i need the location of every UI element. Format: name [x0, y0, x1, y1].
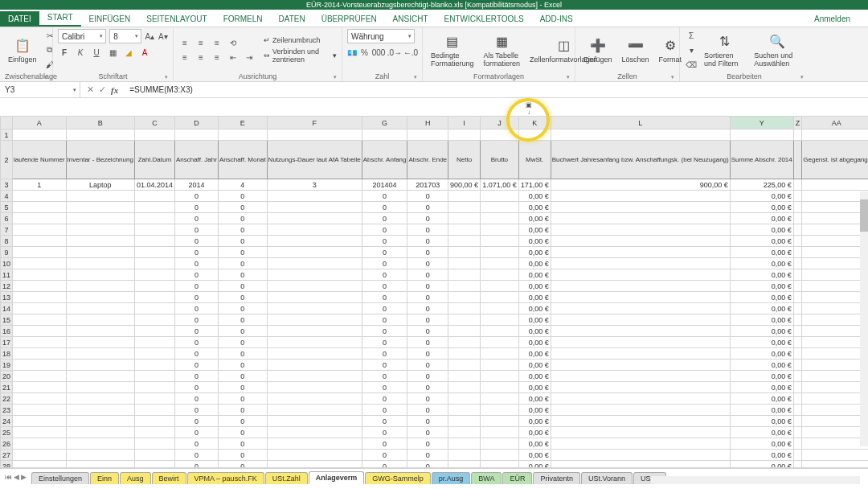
- row-header[interactable]: 15: [1, 314, 13, 326]
- cell[interactable]: [13, 438, 67, 450]
- cell[interactable]: 0: [407, 281, 448, 292]
- cell[interactable]: [448, 191, 481, 202]
- row-header[interactable]: 2: [1, 141, 13, 179]
- cell[interactable]: [802, 450, 868, 461]
- row-header[interactable]: 19: [1, 360, 13, 371]
- cell[interactable]: [66, 129, 134, 141]
- ribbon-tab-formeln[interactable]: FORMELN: [215, 11, 271, 27]
- cell[interactable]: [448, 292, 481, 303]
- cell[interactable]: 0: [174, 348, 218, 360]
- cell[interactable]: 0,00 €: [730, 348, 793, 360]
- cell[interactable]: 0: [362, 393, 407, 405]
- cell[interactable]: 0: [362, 337, 407, 348]
- cell[interactable]: [481, 258, 519, 269]
- merge-center-button[interactable]: ⇔Verbinden und zentrieren ▾: [264, 47, 337, 64]
- cell[interactable]: [802, 213, 868, 224]
- sheet-tab[interactable]: Ausg: [120, 472, 151, 484]
- cell[interactable]: [66, 258, 134, 269]
- cell[interactable]: [518, 129, 551, 141]
- cell[interactable]: 0: [174, 450, 218, 461]
- cell[interactable]: [66, 337, 134, 348]
- worksheet-area[interactable]: ▣↓ ABCDEFGHIJKLYZAAABACADAEAFAG12014122l…: [0, 98, 868, 468]
- column-header[interactable]: B: [66, 117, 134, 129]
- cell[interactable]: [13, 292, 67, 303]
- ribbon-tab-überprüfen[interactable]: ÜBERPRÜFEN: [313, 11, 385, 27]
- cell[interactable]: [802, 224, 868, 236]
- cell[interactable]: 171,00 €: [518, 179, 551, 191]
- cell[interactable]: [13, 382, 67, 393]
- cell[interactable]: 0: [407, 202, 448, 213]
- row-header[interactable]: 26: [1, 438, 13, 450]
- cell[interactable]: [551, 405, 730, 416]
- cell[interactable]: 0: [407, 393, 448, 405]
- italic-button[interactable]: K: [74, 46, 87, 59]
- cell[interactable]: [802, 129, 868, 141]
- column-header[interactable]: F: [267, 117, 362, 129]
- cell[interactable]: 0: [174, 191, 218, 202]
- cell[interactable]: 0: [218, 405, 267, 416]
- cell[interactable]: [448, 326, 481, 337]
- cell[interactable]: [66, 416, 134, 427]
- cell[interactable]: [13, 393, 67, 405]
- cell[interactable]: [13, 213, 67, 224]
- cell[interactable]: 0: [218, 416, 267, 427]
- cell[interactable]: [13, 405, 67, 416]
- cell[interactable]: 0: [218, 360, 267, 371]
- cell[interactable]: [481, 348, 519, 360]
- cell[interactable]: [13, 371, 67, 382]
- column-header[interactable]: L: [551, 117, 730, 129]
- cell[interactable]: 0: [407, 438, 448, 450]
- cell[interactable]: [551, 129, 730, 141]
- cell[interactable]: [13, 314, 67, 326]
- cell[interactable]: [13, 202, 67, 213]
- ribbon-tab-start[interactable]: START: [39, 10, 81, 27]
- cell[interactable]: [134, 129, 174, 141]
- cell[interactable]: 0,00 €: [730, 236, 793, 247]
- cell[interactable]: [481, 382, 519, 393]
- cell[interactable]: 225,00 €: [730, 179, 793, 191]
- cell[interactable]: 0,00 €: [730, 371, 793, 382]
- cell[interactable]: [448, 236, 481, 247]
- row-header[interactable]: 7: [1, 224, 13, 236]
- table-column-header[interactable]: Brutto: [481, 141, 519, 179]
- spreadsheet-grid[interactable]: ABCDEFGHIJKLYZAAABACADAEAFAG12014122lauf…: [0, 116, 868, 468]
- cell[interactable]: 0: [407, 427, 448, 438]
- cell[interactable]: [134, 303, 174, 314]
- tab-nav-next-icon[interactable]: ▶: [21, 473, 27, 481]
- cell[interactable]: 0,00 €: [518, 427, 551, 438]
- sheet-tab[interactable]: VPMA – pausch.FK: [187, 472, 264, 484]
- cell[interactable]: 0,00 €: [730, 292, 793, 303]
- cell[interactable]: [802, 337, 868, 348]
- cell[interactable]: 0,00 €: [730, 314, 793, 326]
- cell[interactable]: [793, 405, 802, 416]
- cell[interactable]: [13, 247, 67, 258]
- cell[interactable]: [66, 224, 134, 236]
- cell[interactable]: [267, 427, 362, 438]
- cell[interactable]: 0: [362, 202, 407, 213]
- cell[interactable]: 0: [362, 247, 407, 258]
- table-column-header[interactable]: MwSt.: [518, 141, 551, 179]
- cell[interactable]: [448, 405, 481, 416]
- format-as-table-button[interactable]: ▦Als Tabelle formatieren: [481, 29, 524, 71]
- cell[interactable]: 0: [362, 236, 407, 247]
- decrease-font-icon[interactable]: A▾: [158, 30, 168, 43]
- cell[interactable]: [448, 450, 481, 461]
- cell[interactable]: [793, 438, 802, 450]
- cell[interactable]: 0: [174, 224, 218, 236]
- cell[interactable]: [802, 348, 868, 360]
- table-column-header[interactable]: Buchwert Jahresanfang bzw. Anschaffungsk…: [551, 141, 730, 179]
- cell[interactable]: [13, 360, 67, 371]
- cell[interactable]: [66, 393, 134, 405]
- cell[interactable]: 0: [407, 371, 448, 382]
- cell[interactable]: [13, 269, 67, 281]
- ribbon-tab-datei[interactable]: DATEI: [0, 11, 39, 27]
- cell[interactable]: 0,00 €: [518, 292, 551, 303]
- cell[interactable]: 0: [362, 326, 407, 337]
- cell[interactable]: 0: [174, 281, 218, 292]
- cell[interactable]: 0,00 €: [518, 405, 551, 416]
- cell[interactable]: [802, 247, 868, 258]
- cell[interactable]: [66, 348, 134, 360]
- cell[interactable]: 0: [174, 360, 218, 371]
- cell[interactable]: [66, 371, 134, 382]
- cell[interactable]: 01.04.2014: [134, 179, 174, 191]
